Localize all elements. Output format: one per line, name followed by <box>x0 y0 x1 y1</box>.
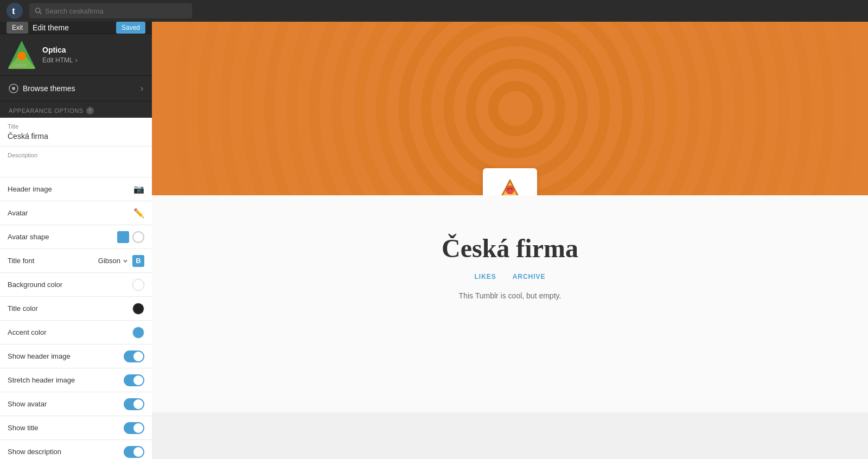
accent-color-row: Accent color <box>0 321 152 345</box>
accent-color-swatch[interactable] <box>132 327 144 339</box>
svg-text:Optica: Optica <box>12 62 27 68</box>
blog-title: Česká firma <box>442 233 578 263</box>
theme-info: Optica Edit HTML › <box>42 46 78 64</box>
sidebar: Exit Edit theme Saved Optica Optica <box>0 22 152 459</box>
font-bold-button[interactable]: B <box>132 255 144 267</box>
appearance-options-label: APPEARANCE OPTIONS ? <box>0 101 152 118</box>
show-header-image-row: Show header image <box>0 345 152 368</box>
chevron-down-icon <box>123 258 128 264</box>
browse-themes-row[interactable]: Browse themes › <box>0 76 152 101</box>
theme-name: Optica <box>42 46 78 54</box>
top-bar: t <box>0 0 868 22</box>
title-field-block: Title Česká firma <box>0 118 152 146</box>
show-avatar-label: Show avatar <box>8 400 47 408</box>
svg-point-10 <box>12 87 15 90</box>
options-panel: Title Česká firma Description Header ima… <box>0 118 152 459</box>
blog-nav-likes[interactable]: LIKES <box>475 273 496 280</box>
browse-themes-label: Browse themes <box>23 84 75 93</box>
avatar-row: Avatar ✏️ <box>0 201 152 225</box>
show-title-label: Show title <box>8 424 38 432</box>
title-color-swatch[interactable] <box>132 303 144 315</box>
description-field-block: Description <box>0 146 152 177</box>
background-color-row: Background color <box>0 273 152 297</box>
blog-avatar <box>483 168 537 195</box>
sidebar-title: Edit theme <box>33 23 69 32</box>
background-color-label: Background color <box>8 280 62 289</box>
font-select[interactable]: Gibson <box>98 257 128 265</box>
show-title-row: Show title <box>0 416 152 440</box>
background-color-swatch[interactable] <box>132 279 144 291</box>
avatar-shape-row: Avatar shape <box>0 225 152 249</box>
svg-point-7 <box>17 52 26 60</box>
avatar-label: Avatar <box>8 209 28 217</box>
exit-button[interactable]: Exit <box>7 22 28 34</box>
avatar-shape-circle-button[interactable] <box>132 231 144 243</box>
show-avatar-row: Show avatar <box>0 392 152 416</box>
blog-empty-message: This Tumblr is cool, but empty. <box>459 291 561 300</box>
theme-block: Optica Optica Edit HTML › <box>0 34 152 76</box>
camera-icon[interactable]: 📷 <box>133 184 144 194</box>
title-field-label: Title <box>8 123 144 130</box>
pencil-icon[interactable]: ✏️ <box>133 208 144 218</box>
show-header-image-label: Show header image <box>8 352 71 360</box>
sidebar-header-left: Exit Edit theme <box>7 22 69 34</box>
title-font-row: Title font Gibson B <box>0 249 152 273</box>
edit-html-link[interactable]: Edit HTML › <box>42 56 78 64</box>
blog-nav: LIKES ARCHIVE <box>475 273 546 280</box>
show-header-image-toggle[interactable] <box>124 350 144 362</box>
description-field-label: Description <box>8 152 144 158</box>
search-icon <box>35 7 42 15</box>
browse-themes-left: Browse themes <box>9 84 75 93</box>
stretch-header-image-toggle[interactable] <box>124 374 144 386</box>
show-avatar-toggle[interactable] <box>124 398 144 410</box>
title-field-value[interactable]: Česká firma <box>8 132 144 141</box>
svg-line-3 <box>40 12 41 14</box>
sidebar-header: Exit Edit theme Saved <box>0 22 152 34</box>
show-description-label: Show description <box>8 448 61 456</box>
stretch-header-image-row: Stretch header image <box>0 368 152 392</box>
blog-content: Česká firma LIKES ARCHIVE This Tumblr is… <box>152 195 868 412</box>
header-image-row: Header image 📷 <box>0 177 152 201</box>
show-title-toggle[interactable] <box>124 422 144 434</box>
search-bar[interactable] <box>29 3 192 18</box>
browse-themes-chevron-icon: › <box>141 84 143 93</box>
title-color-label: Title color <box>8 304 38 313</box>
header-image-label: Header image <box>8 185 52 193</box>
stretch-header-image-label: Stretch header image <box>8 376 75 384</box>
preview-area: Česká firma LIKES ARCHIVE This Tumblr is… <box>152 22 868 459</box>
browse-themes-icon <box>9 84 18 93</box>
avatar-image <box>490 176 529 195</box>
accent-color-label: Accent color <box>8 328 47 336</box>
theme-icon: Optica <box>8 41 36 69</box>
avatar-shape-buttons <box>117 231 144 243</box>
blog-header <box>152 22 868 195</box>
show-description-row: Show description <box>0 440 152 459</box>
avatar-shape-square-button[interactable] <box>117 231 129 243</box>
title-font-label: Title font <box>8 257 34 265</box>
blog-nav-archive[interactable]: ARCHIVE <box>513 273 546 280</box>
search-input[interactable] <box>45 7 187 15</box>
show-description-toggle[interactable] <box>124 446 144 458</box>
font-controls: Gibson B <box>98 255 144 267</box>
saved-button[interactable]: Saved <box>116 22 145 34</box>
tumblr-logo: t <box>7 3 23 19</box>
description-field-value[interactable] <box>8 161 144 171</box>
title-color-row: Title color <box>0 297 152 321</box>
help-icon[interactable]: ? <box>86 107 94 114</box>
svg-text:t: t <box>12 5 15 16</box>
main-layout: Exit Edit theme Saved Optica Optica <box>0 22 868 459</box>
avatar-shape-label: Avatar shape <box>8 233 49 241</box>
